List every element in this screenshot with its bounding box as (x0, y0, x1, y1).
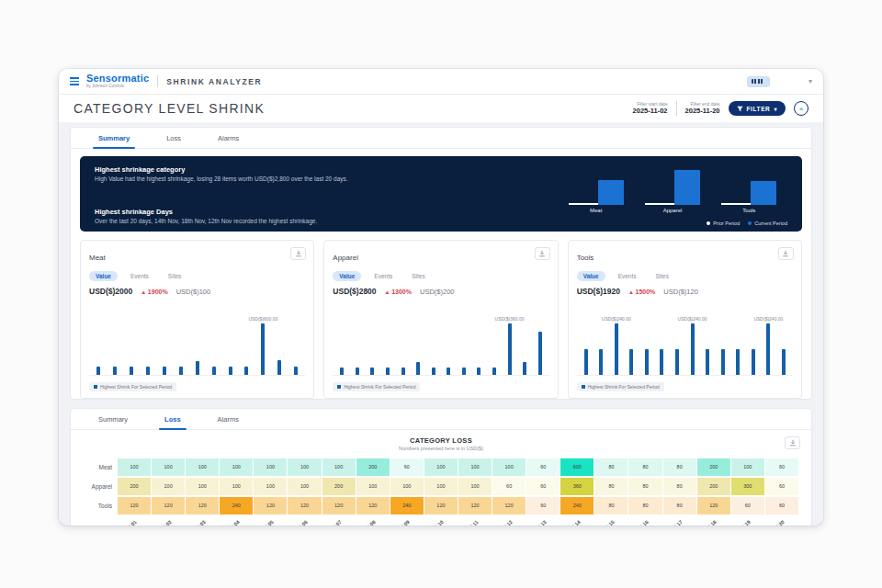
tab-loss[interactable]: Loss (146, 409, 199, 429)
heatmap-cell: 300 (731, 478, 764, 495)
heatmap-cell: 100 (254, 478, 287, 495)
bar (462, 368, 466, 375)
category-card-tools: Tools Value Events Sites USD($)1920 1500… (568, 240, 802, 399)
heatmap-date-label: Nov 07 (322, 516, 356, 526)
heatmap-date-label: Nov 04 (220, 516, 253, 526)
download-icon[interactable] (535, 247, 550, 260)
bar (447, 368, 450, 375)
bar: USD($)360.00 (508, 323, 512, 375)
hero-bar-group: Tools (711, 181, 787, 213)
tab-summary[interactable]: Summary (80, 128, 148, 148)
heatmap-cell: 120 (492, 497, 526, 514)
heatmap-cell: 100 (356, 478, 390, 495)
prior-value: USD($)200 (420, 288, 455, 296)
bar (163, 367, 166, 375)
chevron-down-icon: ▾ (774, 106, 777, 112)
heatmap-cell: 100 (220, 458, 253, 476)
prior-value: USD($)120 (663, 288, 698, 296)
heatmap-date-label: Nov 17 (663, 516, 696, 526)
clear-filter-button[interactable]: × (794, 101, 808, 116)
pill-sites[interactable]: Sites (162, 271, 187, 281)
hero-bar-group: Apparel (634, 170, 710, 213)
download-icon[interactable] (785, 436, 800, 449)
bar (645, 349, 649, 375)
bar (340, 368, 344, 375)
heatmap-cell: 100 (322, 458, 356, 476)
pill-value[interactable]: Value (89, 271, 118, 281)
heatmap-date-label: Nov 15 (594, 516, 628, 526)
heatmap-cell: 120 (288, 497, 321, 514)
heatmap-cell: 100 (254, 458, 287, 476)
heatmap-date-label: Nov 05 (254, 516, 287, 526)
pill-events[interactable]: Events (368, 271, 399, 281)
heatmap-date-label: Nov 06 (288, 516, 321, 526)
heatmap-cell: 60 (731, 497, 764, 514)
account-badge[interactable] (747, 76, 770, 87)
heatmap-date-label: Nov 01 (118, 516, 151, 526)
heatmap-corner (84, 516, 117, 526)
pill-value[interactable]: Value (577, 271, 605, 281)
heatmap-cell: 80 (628, 478, 662, 495)
bar (782, 349, 786, 375)
tab-summary[interactable]: Summary (80, 409, 146, 429)
tab-alarms[interactable]: Alarms (199, 409, 257, 429)
brand-tagline: by Johnson Controls (86, 85, 149, 89)
heatmap-cell: 100 (186, 478, 219, 495)
heatmap-cell: 100 (186, 458, 219, 476)
heatmap-cell: 80 (594, 458, 628, 476)
heatmap-cell: 60 (765, 458, 798, 476)
funnel-icon (737, 106, 743, 112)
pill-events[interactable]: Events (124, 271, 155, 281)
bar (477, 368, 481, 375)
pill-sites[interactable]: Sites (405, 271, 431, 281)
heatmap-cell: 100 (390, 478, 424, 495)
tab-alarms[interactable]: Alarms (199, 128, 257, 148)
card-stats: USD($)2800 1300% USD($)200 (333, 287, 548, 296)
bar (736, 349, 740, 375)
top-bar: Sensormatic by Johnson Controls SHRINK A… (59, 69, 823, 95)
download-icon[interactable] (290, 247, 306, 260)
heatmap-cell: 80 (628, 497, 662, 514)
heatmap-cell: 60 (765, 497, 798, 514)
menu-icon[interactable] (70, 75, 79, 87)
current-period-bar (598, 180, 624, 205)
pill-value[interactable]: Value (333, 271, 361, 281)
heatmap-cell: 200 (118, 478, 151, 495)
change-percent: 1900% (141, 288, 167, 295)
heatmap-cell: 200 (356, 458, 390, 476)
bar (277, 360, 281, 375)
bar (113, 367, 117, 375)
current-period-dot (748, 221, 752, 225)
bar (660, 349, 663, 375)
summary-tabs: Summary Loss Alarms (71, 128, 811, 149)
period-comparison-chart: MeatApparelTools Prior Period Current Pe… (558, 165, 787, 226)
bar (523, 362, 526, 375)
heatmap-cell: 200 (322, 478, 356, 495)
heatmap-cell: 60 (390, 458, 424, 476)
heatmap-date-label: Nov 18 (697, 516, 730, 526)
loss-tabs: Summary Loss Alarms (71, 409, 811, 430)
insight-highest-days: Highest shrinkage Days Over the last 20 … (95, 208, 539, 226)
download-icon[interactable] (778, 247, 794, 260)
brand-logo[interactable]: Sensormatic by Johnson Controls (86, 74, 149, 89)
heatmap-cell: 240 (220, 497, 253, 514)
heatmap-date-label: Nov 03 (186, 516, 219, 526)
bar (492, 368, 496, 375)
filter-button[interactable]: FILTER ▾ (729, 101, 786, 116)
daily-shrink-bar-chart: USD($)240.00USD($)240.00USD($)240.00 (577, 305, 793, 376)
heatmap-cell: 80 (628, 458, 662, 476)
bar (179, 367, 183, 375)
heatmap-cell: 100 (458, 478, 492, 495)
bar (294, 367, 298, 375)
heatmap-cell: 120 (254, 497, 287, 514)
heatmap-cell: 360 (560, 478, 594, 495)
heatmap-cell: 60 (526, 497, 560, 514)
summary-section: Summary Loss Alarms Highest shrinkage ca… (70, 127, 812, 400)
bar (96, 367, 100, 375)
hero-bar-label: Apparel (663, 208, 683, 213)
pill-events[interactable]: Events (612, 271, 643, 281)
pill-sites[interactable]: Sites (650, 271, 675, 281)
chevron-down-icon[interactable]: ▾ (808, 77, 812, 85)
tab-loss[interactable]: Loss (148, 128, 199, 148)
category-card-meat: Meat Value Events Sites USD($)2000 1900%… (80, 240, 314, 399)
